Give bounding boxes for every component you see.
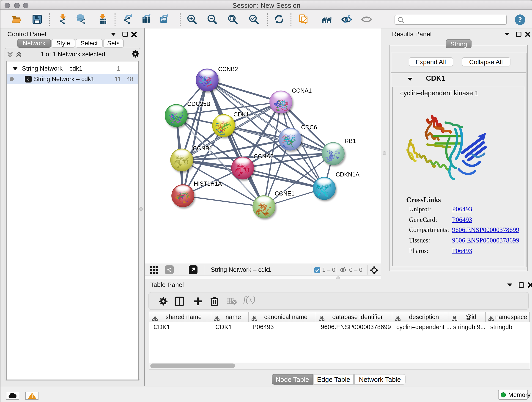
svg-text:HIST1H1A: HIST1H1A	[194, 180, 222, 187]
svg-text:CCNB1: CCNB1	[193, 145, 213, 152]
svg-text:CCNB2: CCNB2	[218, 66, 238, 72]
svg-text:CCNA1: CCNA1	[292, 87, 312, 94]
svg-text:?: ?	[518, 15, 522, 24]
svg-text:CDC6: CDC6	[301, 124, 317, 130]
svg-text:CDC25B: CDC25B	[187, 101, 210, 107]
svg-text:CDK1: CDK1	[234, 111, 249, 118]
svg-text:RB1: RB1	[345, 138, 356, 144]
svg-text:CCNA2: CCNA2	[254, 153, 273, 160]
svg-text:CDKN1A: CDKN1A	[336, 171, 360, 178]
svg-text:CCNE1: CCNE1	[275, 190, 295, 197]
